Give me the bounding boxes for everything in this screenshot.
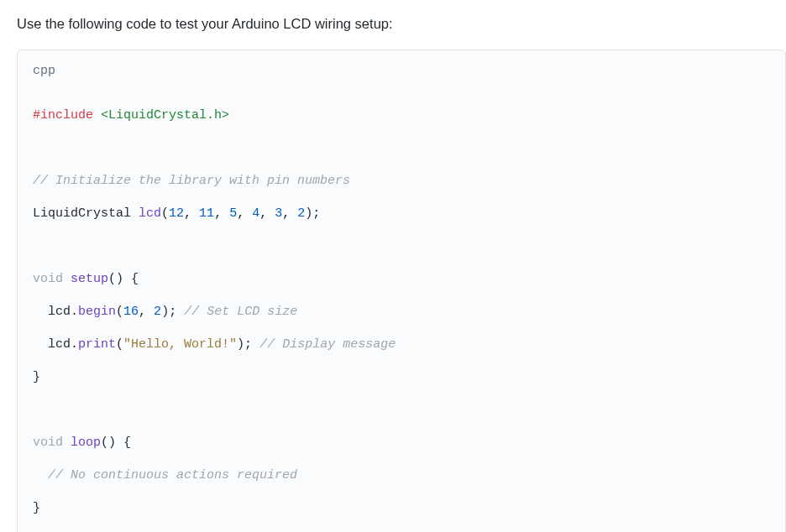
ctor-arg-4: 4: [252, 206, 259, 221]
preprocessor-include: #include: [33, 108, 93, 123]
include-header: <LiquidCrystal.h>: [101, 108, 229, 123]
call-print: print: [78, 337, 116, 352]
call-begin: begin: [78, 305, 116, 319]
ctor-arg-6: 2: [297, 206, 305, 221]
intro-paragraph: Use the following code to test your Ardu…: [17, 13, 786, 34]
comment-loop: // No continuous actions required: [48, 468, 297, 482]
keyword-void-loop: void: [33, 436, 63, 450]
obj-lcd-print: lcd: [48, 337, 71, 352]
keyword-void-setup: void: [33, 272, 63, 286]
code-language-label: cpp: [33, 62, 770, 81]
var-lcd: lcd: [139, 206, 161, 221]
comment-size: // Set LCD size: [184, 305, 297, 319]
ctor-arg-2: 11: [199, 206, 214, 221]
code-content: #include <LiquidCrystal.h> // Initialize…: [33, 99, 770, 524]
begin-arg2: 2: [154, 305, 161, 319]
comment-init: // Initialize the library with pin numbe…: [33, 174, 350, 188]
comment-display: // Display message: [259, 337, 396, 352]
begin-arg1: 16: [123, 305, 139, 319]
code-block: cpp #include <LiquidCrystal.h> // Initia…: [17, 50, 786, 532]
obj-lcd-begin: lcd: [48, 305, 71, 319]
func-loop: loop: [71, 436, 101, 450]
ctor-arg-3: 5: [229, 206, 237, 221]
type-liquidcrystal: LiquidCrystal: [33, 206, 131, 221]
ctor-arg-5: 3: [275, 206, 282, 221]
func-setup: setup: [71, 272, 108, 286]
ctor-arg-1: 12: [169, 206, 184, 221]
print-arg-str: "Hello, World!": [123, 337, 237, 352]
